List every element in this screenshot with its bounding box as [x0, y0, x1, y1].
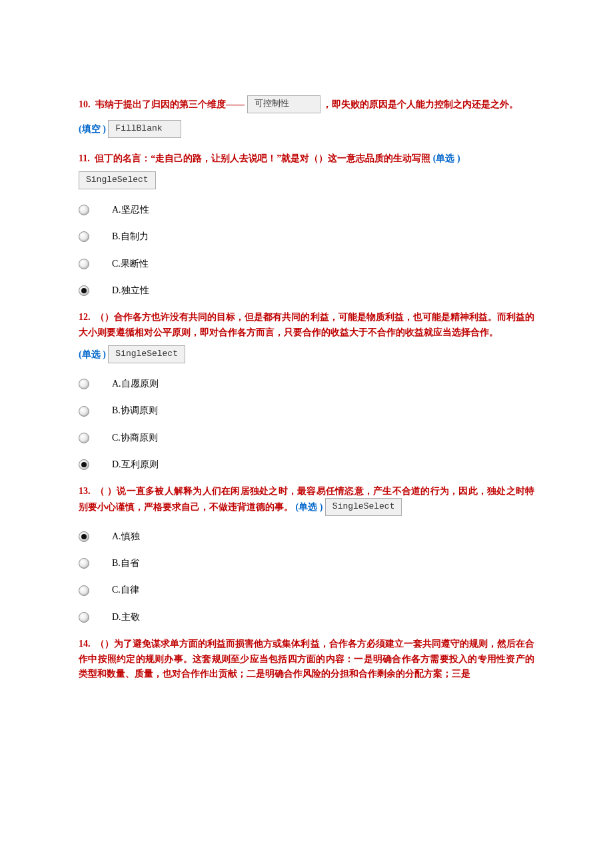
q12-option-a[interactable]: A.自愿原则	[79, 377, 534, 391]
radio-icon[interactable]	[79, 406, 89, 417]
q12-typebox: SingleSelect	[108, 345, 185, 363]
q12-option-c[interactable]: C.协商原则	[79, 431, 534, 445]
radio-icon[interactable]	[79, 433, 89, 443]
q11-option-a[interactable]: A.坚忍性	[79, 203, 534, 217]
q12-option-d[interactable]: D.互利原则	[79, 457, 534, 472]
radio-icon[interactable]	[79, 531, 89, 542]
radio-icon[interactable]	[79, 585, 89, 596]
radio-icon[interactable]	[79, 285, 89, 296]
document-page: 10. 韦纳于提出了归因的第三个维度—— 可控制性 ，即失败的原因是个人能力控制…	[0, 0, 613, 720]
q12-a-label: A.自愿原则	[112, 377, 159, 391]
q12-meta: (单选 ) SingleSelect	[79, 347, 534, 365]
q12-marker: (单选 )	[79, 349, 106, 359]
q13-option-d[interactable]: D.主敬	[79, 610, 534, 625]
question-11: 11. 但丁的名言：“走自己的路，让别人去说吧！”就是对（）这一意志品质的生动写…	[79, 151, 534, 299]
q13-option-a[interactable]: A.慎独	[79, 529, 534, 544]
radio-icon[interactable]	[79, 379, 89, 389]
q11-b-label: B.自制力	[112, 229, 149, 244]
radio-icon[interactable]	[79, 259, 89, 269]
q10-marker: (填空 )	[79, 124, 106, 134]
q11-number: 11.	[79, 153, 90, 163]
q12-number: 12.	[79, 312, 91, 322]
q11-typebox: SingleSelect	[79, 171, 156, 189]
q11-c-label: C.果断性	[112, 257, 149, 271]
q11-option-d[interactable]: D.独立性	[79, 283, 534, 298]
q13-text-line: 13. （ ）说一直多被人解释为人们在闲居独处之时，最容易任情恣意，产生不合道的…	[79, 484, 534, 517]
q11-option-b[interactable]: B.自制力	[79, 229, 534, 244]
question-10-text: 10. 韦纳于提出了归因的第三个维度—— 可控制性 ，即失败的原因是个人能力控制…	[79, 97, 534, 115]
question-14: 14. （）为了避免谋求单方面的利益而损害他方或集体利益，合作各方必须建立一套共…	[79, 637, 534, 681]
question-10: 10. 韦纳于提出了归因的第三个维度—— 可控制性 ，即失败的原因是个人能力控制…	[79, 97, 534, 139]
q12-text-line: 12. （）合作各方也许没有共同的目标，但是都有共同的利益，可能是物质利益，也可…	[79, 310, 534, 340]
q12-text: （）合作各方也许没有共同的目标，但是都有共同的利益，可能是物质利益，也可能是精神…	[79, 312, 534, 337]
radio-icon[interactable]	[79, 459, 89, 470]
q13-a-label: A.慎独	[112, 529, 140, 544]
q11-d-label: D.独立性	[112, 283, 149, 298]
q12-option-b[interactable]: B.协调原则	[79, 403, 534, 418]
q13-option-b[interactable]: B.自省	[79, 556, 534, 571]
radio-icon[interactable]	[79, 231, 89, 242]
q10-pre: 韦纳于提出了归因的第三个维度——	[95, 99, 245, 109]
q10-number: 10.	[79, 99, 91, 109]
q11-marker: (单选 )	[433, 153, 460, 163]
q12-b-label: B.协调原则	[112, 403, 158, 418]
radio-icon[interactable]	[79, 612, 89, 623]
q10-answer-box[interactable]: 可控制性	[247, 95, 320, 113]
q13-option-c[interactable]: C.自律	[79, 583, 534, 597]
q13-c-label: C.自律	[112, 583, 139, 597]
q13-number: 13.	[79, 486, 91, 496]
radio-icon[interactable]	[79, 205, 89, 215]
q10-meta: (填空 ) FillBlank	[79, 121, 534, 139]
q13-b-label: B.自省	[112, 556, 139, 571]
q11-options: A.坚忍性 B.自制力 C.果断性 D.独立性	[79, 203, 534, 299]
q11-text: 但丁的名言：“走自己的路，让别人去说吧！”就是对（）这一意志品质的生动写照	[95, 153, 430, 163]
question-12: 12. （）合作各方也许没有共同的目标，但是都有共同的利益，可能是物质利益，也可…	[79, 310, 534, 472]
q11-option-c[interactable]: C.果断性	[79, 257, 534, 271]
q12-options: A.自愿原则 B.协调原则 C.协商原则 D.互利原则	[79, 377, 534, 473]
q13-typebox: SingleSelect	[325, 498, 402, 516]
q14-number: 14.	[79, 639, 91, 649]
q13-marker: (单选 )	[296, 502, 323, 512]
q10-typebox: FillBlank	[108, 120, 181, 138]
question-13: 13. （ ）说一直多被人解释为人们在闲居独处之时，最容易任情恣意，产生不合道的…	[79, 484, 534, 625]
q11-text-line: 11. 但丁的名言：“走自己的路，让别人去说吧！”就是对（）这一意志品质的生动写…	[79, 151, 534, 166]
q13-options: A.慎独 B.自省 C.自律 D.主敬	[79, 529, 534, 625]
radio-icon[interactable]	[79, 558, 89, 569]
q14-text: （）为了避免谋求单方面的利益而损害他方或集体利益，合作各方必须建立一套共同遵守的…	[79, 639, 534, 679]
q11-typebox-line: SingleSelect	[79, 173, 534, 191]
q10-post: ，即失败的原因是个人能力控制之内还是之外。	[322, 99, 518, 109]
q13-d-label: D.主敬	[112, 610, 140, 625]
q11-a-label: A.坚忍性	[112, 203, 149, 217]
q14-text-line: 14. （）为了避免谋求单方面的利益而损害他方或集体利益，合作各方必须建立一套共…	[79, 637, 534, 681]
q12-c-label: C.协商原则	[112, 431, 158, 445]
q12-d-label: D.互利原则	[112, 457, 159, 472]
